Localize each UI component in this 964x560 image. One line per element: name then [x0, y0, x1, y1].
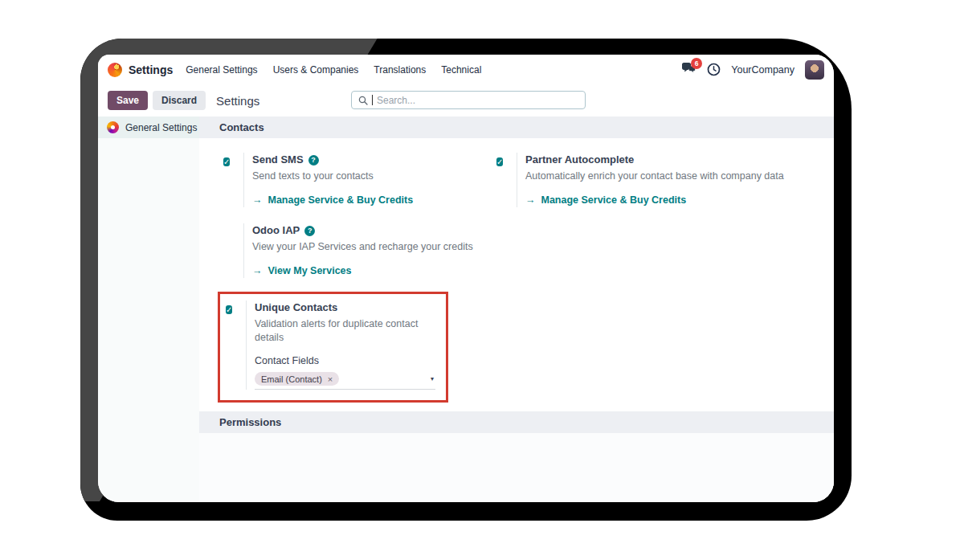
- company-name[interactable]: YourCompany: [731, 64, 794, 76]
- checkbox-column: ✓: [223, 153, 243, 207]
- app-name: Settings: [129, 63, 173, 76]
- contact-fields-field: Contact Fields Email (Contact) × ▾: [255, 354, 446, 390]
- link-label: Manage Service & Buy Credits: [541, 194, 687, 207]
- setting-title: Unique Contacts: [255, 300, 337, 315]
- menu-general-settings[interactable]: General Settings: [186, 64, 257, 76]
- section-title: Permissions: [219, 416, 281, 428]
- activity-clock-icon[interactable]: [707, 63, 721, 76]
- manage-service-link[interactable]: → Manage Service & Buy Credits: [252, 194, 413, 207]
- check-icon: ✓: [223, 157, 230, 166]
- search-placeholder: Search...: [377, 95, 415, 106]
- link-label: Manage Service & Buy Credits: [268, 194, 414, 207]
- setting-partner-autocomplete: ✓ Partner Autocomplete Automatically enr…: [496, 153, 834, 207]
- top-navbar: Settings General Settings Users & Compan…: [98, 55, 834, 84]
- checkbox-column: ✓: [226, 300, 246, 390]
- general-settings-app-icon: [107, 121, 119, 133]
- setting-text-column: Odoo IAP ? View your IAP Services and re…: [243, 223, 473, 278]
- setting-title-row: Unique Contacts: [255, 300, 446, 315]
- search-icon: [358, 96, 368, 105]
- discard-button[interactable]: Discard: [153, 91, 206, 110]
- setting-title: Send SMS: [252, 153, 304, 167]
- sidebar-item-general-settings[interactable]: General Settings: [98, 116, 199, 138]
- app-body: General Settings Contacts ✓: [98, 116, 834, 502]
- setting-title-row: Odoo IAP ?: [252, 223, 473, 238]
- breadcrumb: Settings: [216, 94, 259, 108]
- browser-frame: Settings General Settings Users & Compan…: [80, 39, 852, 521]
- arrow-right-icon: →: [252, 194, 263, 207]
- question-glyph: ?: [311, 153, 316, 167]
- setting-title: Odoo IAP: [252, 223, 300, 238]
- menu-translations[interactable]: Translations: [374, 64, 426, 76]
- setting-title-row: Partner Autocomplete: [525, 153, 784, 167]
- setting-send-sms: ✓ Send SMS ? Send texts to your contacts…: [223, 153, 496, 207]
- help-icon[interactable]: ?: [304, 226, 315, 236]
- settings-main: Contacts ✓ Send SMS ?: [199, 116, 834, 502]
- chevron-down-icon: ▾: [431, 375, 435, 382]
- contacts-settings-content: ✓ Send SMS ? Send texts to your contacts…: [199, 138, 834, 403]
- highlight-annotation-box: ✓ Unique Contacts Validation alerts for …: [218, 292, 448, 403]
- app-screen: Settings General Settings Users & Compan…: [98, 55, 834, 502]
- check-icon: ✓: [226, 305, 232, 314]
- section-header-permissions: Permissions: [199, 411, 834, 433]
- menu-technical[interactable]: Technical: [441, 64, 481, 76]
- view-my-services-link[interactable]: → View My Services: [252, 264, 473, 278]
- send-sms-checkbox[interactable]: ✓: [223, 157, 230, 166]
- settings-sidebar: General Settings: [98, 116, 199, 502]
- arrow-right-icon: →: [252, 264, 263, 278]
- settings-row-1: ✓ Send SMS ? Send texts to your contacts…: [223, 153, 834, 207]
- question-glyph: ?: [308, 223, 312, 238]
- setting-text-column: Send SMS ? Send texts to your contacts →…: [243, 153, 413, 207]
- help-icon[interactable]: ?: [308, 155, 319, 166]
- sidebar-item-label: General Settings: [125, 122, 197, 133]
- setting-text-column: Partner Autocomplete Automatically enric…: [517, 153, 784, 207]
- setting-title-row: Send SMS ?: [252, 153, 413, 167]
- navbar-systray: 6 YourCompany: [681, 60, 826, 80]
- setting-description: Send texts to your contacts: [252, 170, 413, 183]
- checkbox-column: ✓: [496, 153, 517, 207]
- remove-tag-icon[interactable]: ×: [328, 374, 333, 384]
- message-count-badge: 6: [691, 58, 702, 69]
- empty-content-area: [199, 433, 834, 502]
- setting-description: Automatically enrich your contact base w…: [525, 170, 784, 183]
- app-switcher[interactable]: Settings: [108, 63, 173, 77]
- setting-description: View your IAP Services and recharge your…: [252, 240, 473, 254]
- navbar-menu: General Settings Users & Companies Trans…: [186, 64, 481, 76]
- messages-button[interactable]: 6: [681, 62, 696, 78]
- section-header-contacts: Contacts: [199, 116, 834, 138]
- check-icon: ✓: [496, 157, 503, 166]
- control-bar: Save Discard Settings Search...: [98, 84, 834, 116]
- link-label: View My Services: [268, 264, 352, 278]
- checkbox-column: [223, 223, 243, 278]
- unique-contacts-checkbox[interactable]: ✓: [226, 305, 232, 314]
- save-button[interactable]: Save: [108, 91, 148, 110]
- text-cursor: [372, 95, 373, 105]
- setting-odoo-iap: Odoo IAP ? View your IAP Services and re…: [223, 223, 834, 278]
- setting-text-column: Unique Contacts Validation alerts for du…: [246, 300, 446, 390]
- tag-email-contact[interactable]: Email (Contact) ×: [255, 372, 339, 386]
- arrow-right-icon: →: [525, 194, 536, 207]
- odoo-logo-icon: [108, 63, 122, 77]
- setting-unique-contacts: ✓ Unique Contacts Validation alerts for …: [226, 300, 446, 390]
- contact-fields-dropdown[interactable]: Email (Contact) × ▾: [255, 372, 435, 390]
- manage-service-link[interactable]: → Manage Service & Buy Credits: [525, 194, 784, 207]
- tag-label: Email (Contact): [261, 374, 322, 384]
- user-avatar[interactable]: [805, 60, 824, 80]
- setting-title: Partner Autocomplete: [525, 153, 634, 167]
- partner-autocomplete-checkbox[interactable]: ✓: [496, 157, 503, 166]
- search-input[interactable]: Search...: [351, 91, 586, 109]
- field-label: Contact Fields: [255, 354, 446, 368]
- setting-description: Validation alerts for duplicate contact …: [255, 317, 446, 345]
- menu-users-companies[interactable]: Users & Companies: [273, 64, 359, 76]
- section-title: Contacts: [219, 121, 264, 133]
